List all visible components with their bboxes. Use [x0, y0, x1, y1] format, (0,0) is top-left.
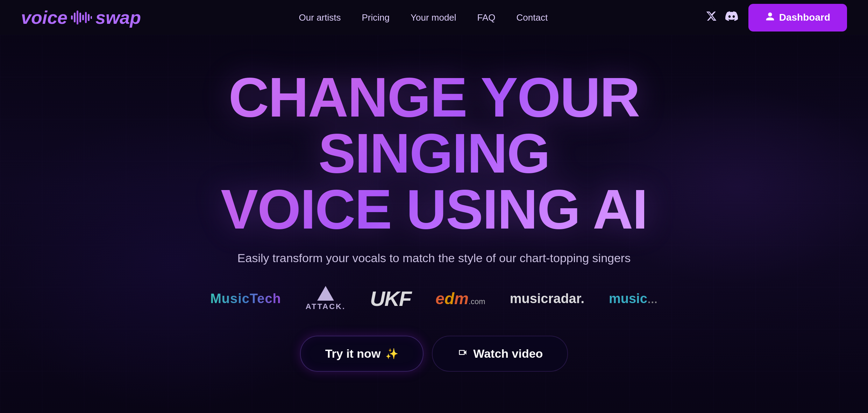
brand-attack: ATTACK. — [306, 286, 346, 311]
dashboard-label: Dashboard — [779, 12, 830, 23]
brands-row: MusicTech ATTACK. UKF edm.com musicradar… — [154, 286, 714, 311]
twitter-icon[interactable] — [706, 10, 717, 24]
svg-rect-6 — [88, 14, 90, 21]
brand-ukf: UKF — [370, 287, 411, 311]
svg-rect-5 — [85, 12, 87, 23]
edm-m: m — [454, 289, 469, 308]
cta-row: Try it now ✨ Watch video — [154, 336, 714, 372]
try-label: Try it now — [325, 347, 381, 360]
brand-music: music… — [609, 291, 658, 306]
svg-rect-4 — [82, 15, 84, 20]
nav-item-your-model[interactable]: Your model — [411, 12, 456, 23]
dashboard-button[interactable]: Dashboard — [748, 4, 847, 31]
svg-rect-7 — [91, 16, 92, 19]
attack-triangle-icon — [317, 286, 334, 301]
nav-right: Dashboard — [706, 4, 847, 31]
logo-voice-text: voice — [21, 7, 67, 28]
logo-swap-text: swap — [95, 7, 141, 28]
logo[interactable]: voice swap — [21, 7, 141, 28]
nav-item-pricing[interactable]: Pricing — [362, 12, 390, 23]
try-it-now-button[interactable]: Try it now ✨ — [300, 336, 424, 372]
brand-musictech: MusicTech — [210, 291, 281, 306]
svg-rect-0 — [71, 15, 73, 20]
watch-video-button[interactable]: Watch video — [432, 336, 568, 372]
hero-subtitle: Easily transform your vocals to match th… — [154, 251, 714, 265]
watch-label: Watch video — [473, 347, 543, 360]
discord-icon[interactable] — [725, 10, 738, 25]
svg-rect-2 — [77, 10, 78, 24]
edm-com: .com — [469, 297, 485, 306]
edm-e: e — [435, 289, 444, 308]
edm-d: d — [444, 289, 454, 308]
nav-item-contact[interactable]: Contact — [517, 12, 548, 23]
brand-music-ellipsis: … — [647, 294, 658, 305]
hero-section: CHANGE YOUR SINGING VOICE USING AI Easil… — [0, 35, 868, 413]
logo-waveform-icon — [71, 10, 92, 25]
sparkle-icon: ✨ — [385, 348, 398, 360]
attack-label: ATTACK. — [306, 302, 346, 311]
hero-title-line1: CHANGE YOUR SINGING — [228, 66, 639, 184]
navbar: voice swap Our artists Pricing — [0, 0, 868, 35]
hero-content: CHANGE YOUR SINGING VOICE USING AI Easil… — [154, 69, 714, 372]
hero-title-line2: VOICE USING AI — [221, 178, 647, 240]
user-icon — [765, 12, 775, 24]
svg-rect-3 — [79, 13, 81, 22]
nav-social — [706, 10, 738, 25]
nav-links: Our artists Pricing Your model FAQ Conta… — [299, 12, 548, 23]
video-camera-icon — [457, 348, 468, 360]
svg-rect-1 — [74, 13, 76, 22]
nav-item-faq[interactable]: FAQ — [477, 12, 496, 23]
brand-edm: edm.com — [435, 289, 485, 308]
nav-item-our-artists[interactable]: Our artists — [299, 12, 341, 23]
brand-musicradar: musicradar. — [510, 291, 584, 306]
hero-title: CHANGE YOUR SINGING VOICE USING AI — [154, 69, 714, 237]
